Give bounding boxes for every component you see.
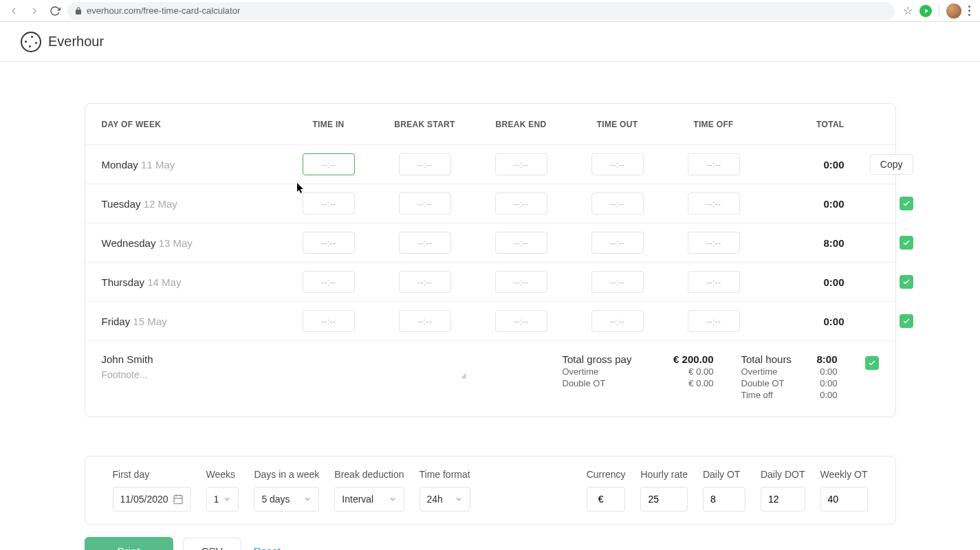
pay-doubleot-value: € 0.00 [688, 378, 713, 388]
resize-handle-icon[interactable]: ◢ [461, 371, 466, 379]
day-cell: Thursday 14 May [102, 276, 281, 288]
gross-pay-label: Total gross pay [563, 353, 632, 365]
everhour-logo-icon [21, 32, 41, 52]
th-break-start: BREAK START [377, 120, 473, 129]
weekly-ot-input[interactable] [820, 487, 868, 512]
hours-timeoff-value: 0:00 [820, 390, 837, 400]
row-check[interactable] [900, 197, 913, 210]
chevron-down-icon [303, 495, 312, 503]
reset-link[interactable]: Reset [254, 545, 281, 550]
summary-check[interactable] [865, 353, 879, 370]
time-input[interactable]: --:-- [495, 232, 547, 254]
time-input[interactable]: --:-- [303, 310, 355, 332]
time-input[interactable]: --:-- [591, 271, 644, 293]
extension-icon[interactable] [919, 5, 932, 17]
forward-button[interactable] [26, 3, 43, 19]
daily-dot-input[interactable] [761, 487, 805, 512]
pay-overtime-value: € 0.00 [688, 366, 713, 377]
daily-ot-input[interactable] [703, 487, 745, 512]
break-deduction-select[interactable]: Interval [334, 487, 404, 512]
first-day-input[interactable]: 11/05/2020 [113, 487, 191, 512]
th-total: TOTAL [762, 120, 851, 129]
time-input[interactable]: --:-- [591, 153, 644, 175]
print-button[interactable]: Print [85, 537, 173, 550]
weeks-value: 1 [214, 494, 219, 505]
copy-button[interactable]: Copy [870, 154, 913, 175]
csv-button[interactable]: CSV [183, 538, 241, 550]
weeks-label: Weeks [206, 469, 239, 480]
time-input[interactable]: --:-- [399, 192, 451, 214]
day-name: Thursday [102, 276, 145, 288]
time-input[interactable]: --:-- [591, 192, 644, 214]
time-input[interactable]: --:-- [399, 271, 451, 293]
time-input[interactable]: --:-- [688, 192, 740, 214]
row-check[interactable] [900, 314, 913, 328]
reload-button[interactable] [47, 3, 63, 19]
time-format-value: 24h [427, 494, 443, 505]
days-in-week-label: Days in a week [254, 469, 319, 480]
currency-input[interactable] [587, 487, 625, 512]
day-date: 11 May [141, 159, 175, 170]
name-footnote-area[interactable]: John Smith Footnote... ◢ [102, 353, 473, 380]
day-date: 13 May [159, 237, 193, 249]
back-button[interactable] [6, 3, 22, 19]
row-total: 0:00 [762, 159, 851, 170]
time-input[interactable]: --:-- [495, 153, 547, 175]
hourly-rate-label: Hourly rate [640, 469, 687, 480]
day-date: 15 May [133, 316, 166, 327]
hourly-rate-input[interactable] [640, 487, 687, 512]
weekly-ot-label: Weekly OT [820, 469, 868, 480]
day-name: Friday [102, 316, 131, 327]
daily-dot-label: Daily DOT [761, 469, 805, 480]
time-input[interactable]: --:-- [495, 271, 547, 293]
th-time-off: TIME OFF [666, 120, 762, 129]
time-input[interactable]: --:-- [688, 232, 740, 254]
lock-icon [74, 7, 83, 15]
hours-overtime-label: Overtime [741, 366, 778, 377]
menu-icon[interactable] [968, 6, 970, 16]
time-input[interactable]: --:-- [399, 153, 451, 175]
time-input[interactable]: --:-- [399, 232, 451, 254]
th-day: DAY OF WEEK [102, 120, 281, 129]
time-input[interactable]: --:-- [591, 232, 644, 254]
time-input[interactable]: --:-- [303, 232, 355, 254]
total-hours-label: Total hours [741, 353, 792, 365]
hours-doubleot-value: 0:00 [820, 378, 837, 388]
svg-rect-0 [174, 496, 182, 504]
day-cell: Wednesday 13 May [102, 237, 281, 249]
time-input[interactable]: --:-- [688, 310, 740, 332]
weeks-select[interactable]: 1 [206, 487, 239, 512]
currency-label: Currency [587, 469, 626, 480]
time-input[interactable]: --:-- [303, 271, 355, 293]
time-input[interactable]: --:-- [399, 310, 451, 332]
days-in-week-select[interactable]: 5 days [254, 487, 319, 512]
settings-bar: First day 11/05/2020 Weeks 1 Days in a w… [85, 456, 896, 525]
time-format-label: Time format [420, 469, 470, 480]
pay-overtime-label: Overtime [563, 366, 599, 377]
day-name: Tuesday [102, 198, 141, 210]
daily-ot-label: Daily OT [703, 469, 745, 480]
time-input[interactable]: --:-- [495, 192, 547, 214]
cursor-icon [297, 183, 305, 196]
total-hours-value: 8:00 [816, 353, 837, 365]
address-bar[interactable]: everhour.com/free-time-card-calculator [67, 2, 895, 20]
time-input[interactable]: --:-- [303, 192, 355, 214]
table-row: Wednesday 13 May--:----:----:----:----:-… [85, 223, 895, 263]
profile-avatar[interactable] [946, 3, 961, 19]
days-in-week-value: 5 days [261, 494, 290, 505]
table-header: DAY OF WEEK TIME IN BREAK START BREAK EN… [85, 104, 895, 145]
time-input[interactable]: --:-- [495, 310, 547, 332]
time-input[interactable]: --:-- [303, 153, 355, 175]
bookmark-icon[interactable]: ☆ [903, 4, 913, 17]
time-format-select[interactable]: 24h [420, 487, 470, 512]
row-check[interactable] [900, 236, 913, 250]
time-input[interactable]: --:-- [591, 310, 644, 332]
th-break-end: BREAK END [473, 120, 569, 129]
time-input[interactable]: --:-- [688, 271, 740, 293]
time-input[interactable]: --:-- [688, 153, 740, 175]
day-cell: Monday 11 May [102, 159, 281, 170]
row-check[interactable] [900, 275, 913, 289]
divider [939, 5, 939, 17]
site-header: Everhour [0, 22, 980, 62]
pay-doubleot-label: Double OT [563, 378, 606, 388]
